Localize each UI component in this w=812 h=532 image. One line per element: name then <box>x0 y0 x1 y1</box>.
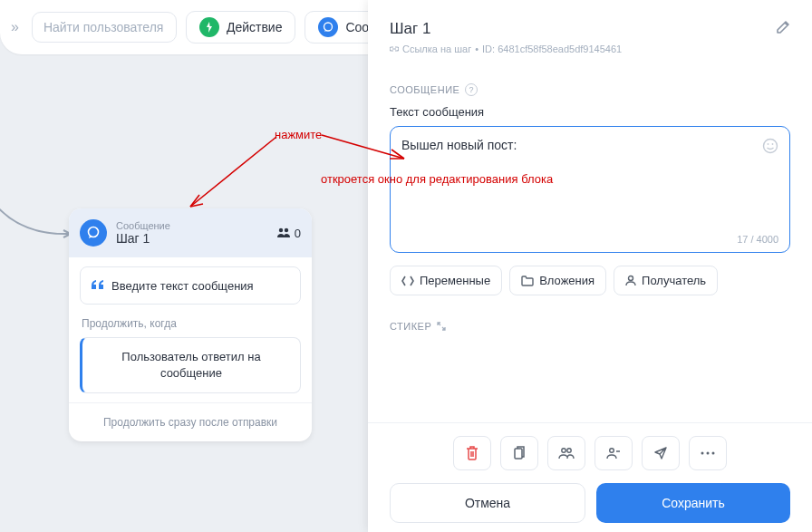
chat-icon <box>318 17 338 37</box>
users-icon <box>276 227 291 238</box>
user-minus-icon <box>606 447 621 459</box>
node-title: Шаг 1 <box>116 231 170 246</box>
svg-point-9 <box>562 449 566 452</box>
svg-rect-8 <box>515 449 522 459</box>
delete-button[interactable] <box>453 436 491 470</box>
svg-point-11 <box>610 449 614 453</box>
copy-button[interactable] <box>500 436 538 470</box>
expand-icon[interactable]: » <box>7 15 23 39</box>
users-button[interactable] <box>547 436 585 470</box>
cancel-button[interactable]: Отмена <box>390 483 585 523</box>
svg-point-10 <box>567 449 571 452</box>
user-icon <box>625 275 636 286</box>
svg-point-5 <box>768 143 769 145</box>
send-button[interactable] <box>642 436 680 470</box>
folder-icon <box>521 276 534 286</box>
side-panel: Шаг 1 Ссылка на шаг • ID: 6481cf58f58ead… <box>368 0 812 532</box>
svg-point-12 <box>701 452 704 455</box>
char-counter: 17 / 4000 <box>737 234 778 245</box>
recipient-button[interactable]: Получатель <box>614 266 718 295</box>
save-button[interactable]: Сохранить <box>596 483 790 523</box>
variables-button[interactable]: Переменные <box>390 266 502 295</box>
more-button[interactable] <box>689 436 727 470</box>
enter-text-label: Введите текст сообщения <box>111 279 254 293</box>
svg-point-1 <box>89 227 99 237</box>
action-pill[interactable]: Действие <box>186 11 296 44</box>
remove-user-button[interactable] <box>594 436 633 470</box>
link-icon <box>390 44 399 53</box>
svg-point-13 <box>707 452 710 455</box>
continue-when-label: Продолжить, когда <box>82 317 301 330</box>
chat-icon <box>80 219 107 247</box>
panel-title: Шаг 1 <box>390 20 776 38</box>
svg-point-4 <box>764 140 778 153</box>
node-header: Сообщение Шаг 1 0 <box>69 208 312 257</box>
canvas[interactable]: Сообщение Шаг 1 0 Введите текст сообщени… <box>0 54 362 532</box>
message-editor[interactable]: Вышел новый пост: 17 / 4000 <box>390 126 790 253</box>
attachments-button[interactable]: Вложения <box>509 266 606 295</box>
panel-header: Шаг 1 Ссылка на шаг • ID: 6481cf58f58ead… <box>368 0 812 67</box>
svg-point-2 <box>279 228 283 232</box>
enter-message-text[interactable]: Введите текст сообщения <box>80 266 301 305</box>
dots-icon <box>701 451 715 455</box>
panel-meta: Ссылка на шаг • ID: 6481cf58f58ead5df914… <box>390 44 790 54</box>
action-pill-label: Действие <box>227 20 283 34</box>
continue-immediately[interactable]: Продолжить сразу после отправки <box>69 402 312 441</box>
flow-edge <box>0 199 63 245</box>
users-icon <box>558 447 575 459</box>
svg-point-3 <box>285 228 288 232</box>
help-icon[interactable]: ? <box>465 83 478 96</box>
expand-icon <box>437 322 446 331</box>
continue-condition[interactable]: Пользователь ответил на сообщение <box>80 337 301 393</box>
lightning-icon <box>199 17 219 37</box>
svg-point-7 <box>629 276 633 281</box>
svg-point-0 <box>324 23 333 31</box>
copy-icon <box>513 446 526 460</box>
message-textarea[interactable]: Вышел новый пост: <box>391 127 789 227</box>
search-input[interactable]: Найти пользователя <box>32 12 177 43</box>
trash-icon <box>466 446 478 460</box>
node-type-label: Сообщение <box>116 220 170 231</box>
section-message-header: СООБЩЕНИЕ ? <box>390 83 790 96</box>
code-icon <box>401 276 414 286</box>
quote-icon <box>92 278 104 293</box>
node-user-count: 0 <box>276 227 301 240</box>
edit-title-button[interactable] <box>776 20 790 38</box>
emoji-icon[interactable] <box>762 138 778 158</box>
text-field-label: Текст сообщения <box>390 105 790 119</box>
svg-point-6 <box>772 143 774 145</box>
svg-point-14 <box>712 452 715 455</box>
send-icon <box>653 446 668 460</box>
message-node[interactable]: Сообщение Шаг 1 0 Введите текст сообщени… <box>69 208 312 441</box>
section-sticker-header[interactable]: СТИКЕР <box>390 321 790 332</box>
